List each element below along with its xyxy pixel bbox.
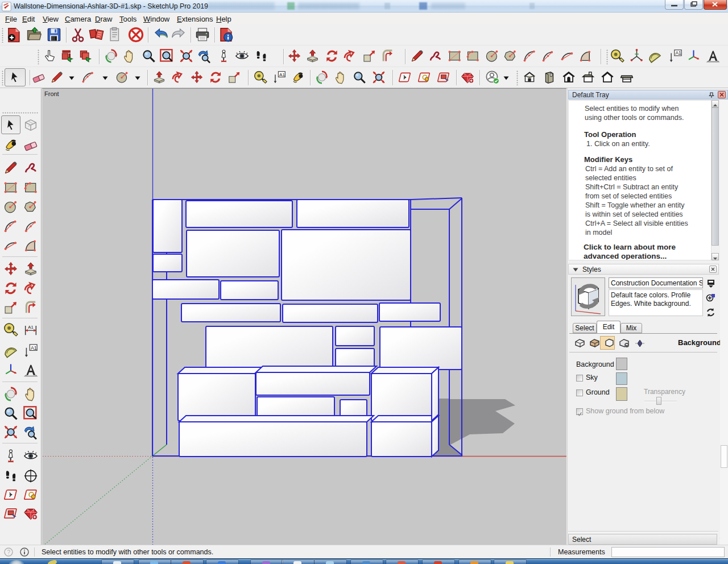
svg-text:A1: A1 <box>279 72 285 77</box>
svg-text:?: ? <box>7 549 11 555</box>
svg-text:A1: A1 <box>676 50 682 56</box>
svg-text:A1: A1 <box>31 345 37 351</box>
svg-text:A1: A1 <box>28 325 33 330</box>
